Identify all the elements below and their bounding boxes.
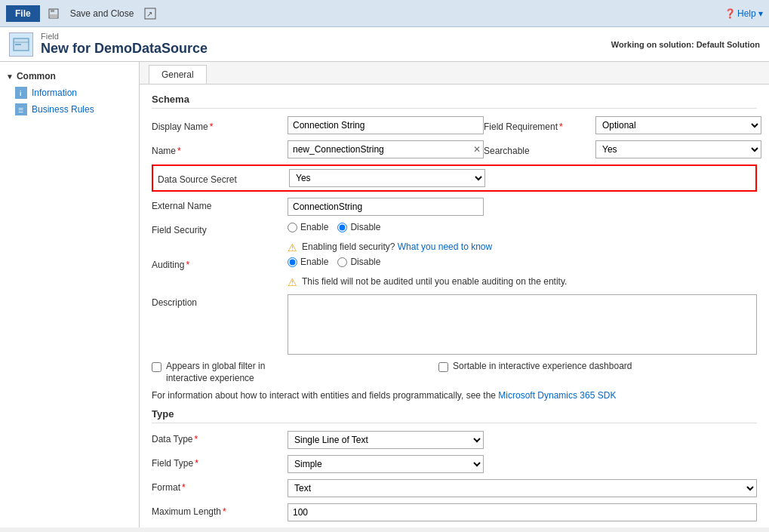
- auditing-enable[interactable]: Enable: [288, 257, 328, 267]
- field-security-row: Field Security Enable Disable: [152, 222, 757, 235]
- searchable-label: Searchable: [484, 143, 589, 156]
- data-source-secret-label: Data Source Secret: [158, 171, 289, 185]
- sidebar-section-common[interactable]: ▼ Common: [0, 68, 139, 85]
- main-layout: ▼ Common i Information ☰ Business Rules …: [0, 62, 769, 527]
- working-on-label: Working on solution: Default Solution: [611, 40, 760, 49]
- appears-global-checkbox[interactable]: [152, 362, 161, 372]
- display-name-row: Display Name* Field Requirement* Optiona…: [152, 116, 757, 134]
- save-close-button[interactable]: Save and Close: [67, 7, 137, 20]
- max-length-row: Maximum Length*: [152, 503, 757, 521]
- info-text: For information about how to interact wi…: [152, 390, 757, 401]
- svg-text:☰: ☰: [18, 107, 23, 114]
- display-name-label: Display Name*: [152, 118, 288, 132]
- format-label: Format*: [152, 479, 288, 493]
- field-security-link[interactable]: What you need to know: [398, 241, 492, 252]
- svg-text:i: i: [20, 90, 22, 97]
- field-security-label: Field Security: [152, 222, 288, 235]
- field-type-row: Field Type* Simple Calculated Rollup: [152, 455, 757, 473]
- field-security-radio-group: Enable Disable: [288, 222, 380, 232]
- file-button[interactable]: File: [6, 5, 40, 22]
- sidebar-common-label: Common: [17, 71, 56, 81]
- field-icon: [9, 32, 33, 57]
- content-area: General Schema Display Name* Field Requi…: [140, 62, 769, 527]
- searchable-select[interactable]: Yes No: [595, 140, 761, 158]
- auditing-disable[interactable]: Disable: [337, 257, 380, 267]
- name-input-wrapper: ✕: [288, 140, 484, 158]
- sdk-link[interactable]: Microsoft Dynamics 365 SDK: [498, 390, 616, 401]
- field-security-disable[interactable]: Disable: [337, 222, 380, 232]
- svg-rect-7: [15, 44, 21, 45]
- form-content: Schema Display Name* Field Requirement* …: [140, 85, 769, 527]
- auditing-enable-radio[interactable]: [288, 257, 297, 267]
- field-security-enable[interactable]: Enable: [288, 222, 328, 232]
- sidebar-item-information-label: Information: [32, 88, 77, 98]
- data-source-secret-row: Data Source Secret Yes No: [152, 165, 757, 192]
- display-name-input[interactable]: [288, 116, 484, 134]
- name-col: Name* ✕: [152, 140, 484, 158]
- type-section-title: Type: [152, 408, 757, 423]
- external-name-input[interactable]: [288, 198, 484, 216]
- name-label: Name*: [152, 143, 288, 156]
- name-input[interactable]: [288, 140, 484, 158]
- sortable-label: Sortable in interactive experience dashb…: [453, 361, 632, 373]
- warning-icon: ⚠: [288, 241, 297, 254]
- field-type-select[interactable]: Simple Calculated Rollup: [288, 455, 484, 473]
- sidebar-item-information[interactable]: i Information: [0, 85, 139, 101]
- field-requirement-select[interactable]: Optional Business Required Business Reco…: [595, 116, 761, 134]
- external-name-label: External Name: [152, 198, 288, 211]
- format-row: Format* Text Email Text Area URL Ticker …: [152, 479, 757, 497]
- sidebar: ▼ Common i Information ☰ Business Rules: [0, 62, 140, 527]
- name-clear-button[interactable]: ✕: [473, 144, 481, 155]
- information-icon: i: [15, 87, 27, 99]
- header-text: Field New for DemoDataSource: [41, 32, 208, 57]
- page-title: New for DemoDataSource: [41, 41, 208, 57]
- description-label: Description: [152, 294, 288, 308]
- field-security-disable-radio[interactable]: [337, 223, 347, 232]
- save-icon: [46, 6, 61, 21]
- svg-rect-2: [50, 14, 57, 18]
- field-requirement-col: Field Requirement* Optional Business Req…: [484, 116, 761, 134]
- tab-general[interactable]: General: [149, 65, 207, 84]
- checkbox-row: Appears in global filter in interactive …: [152, 361, 757, 384]
- data-type-row: Data Type* Single Line of Text Whole Num…: [152, 431, 757, 449]
- svg-rect-1: [51, 9, 54, 12]
- external-name-row: External Name: [152, 198, 757, 216]
- description-row: Description: [152, 294, 757, 355]
- appears-global-col: Appears in global filter in interactive …: [152, 361, 288, 384]
- auditing-radio-group: Enable Disable: [288, 257, 380, 267]
- data-type-select[interactable]: Single Line of Text Whole Number Decimal…: [288, 431, 484, 449]
- svg-text:↗: ↗: [146, 10, 152, 18]
- field-security-warning-text: Enabling field security? What you need t…: [302, 241, 492, 252]
- display-name-col: Display Name*: [152, 116, 484, 134]
- sidebar-item-business-rules-label: Business Rules: [32, 104, 94, 115]
- business-rules-icon: ☰: [15, 103, 27, 115]
- data-source-secret-select[interactable]: Yes No: [289, 169, 485, 187]
- max-length-input[interactable]: [288, 503, 757, 521]
- data-type-label: Data Type*: [152, 431, 288, 444]
- display-name-required: *: [210, 121, 214, 132]
- format-select[interactable]: Text Email Text Area URL Ticker Symbol P…: [288, 479, 757, 497]
- schema-section-title: Schema: [152, 94, 757, 109]
- field-requirement-label: Field Requirement*: [484, 118, 589, 132]
- audit-warning-icon: ⚠: [288, 276, 297, 288]
- sortable-checkbox[interactable]: [438, 362, 448, 372]
- arrow-icon: ▼: [6, 72, 14, 81]
- auditing-warning: ⚠ This field will not be audited until y…: [288, 276, 757, 288]
- field-security-enable-radio[interactable]: [288, 223, 297, 232]
- description-textarea[interactable]: [288, 294, 757, 355]
- appears-global-label: Appears in global filter in interactive …: [166, 361, 288, 384]
- field-type-label: Field Type*: [152, 455, 288, 469]
- auditing-warning-text: This field will not be audited until you…: [302, 276, 567, 287]
- page-header: Field New for DemoDataSource Working on …: [0, 27, 769, 62]
- page-subtitle: Field: [41, 32, 208, 41]
- sidebar-item-business-rules[interactable]: ☰ Business Rules: [0, 101, 139, 118]
- max-length-label: Maximum Length*: [152, 503, 288, 517]
- help-button[interactable]: ❓ Help ▾: [724, 8, 763, 19]
- name-row: Name* ✕ Searchable Yes No: [152, 140, 757, 158]
- auditing-disable-radio[interactable]: [337, 257, 347, 267]
- auditing-row: Auditing* Enable Disable: [152, 257, 757, 270]
- sortable-col: Sortable in interactive experience dashb…: [438, 361, 757, 384]
- field-security-warning: ⚠ Enabling field security? What you need…: [288, 241, 757, 254]
- export-icon: ↗: [143, 6, 158, 21]
- toolbar: File Save and Close ↗ ❓ Help ▾: [0, 0, 769, 27]
